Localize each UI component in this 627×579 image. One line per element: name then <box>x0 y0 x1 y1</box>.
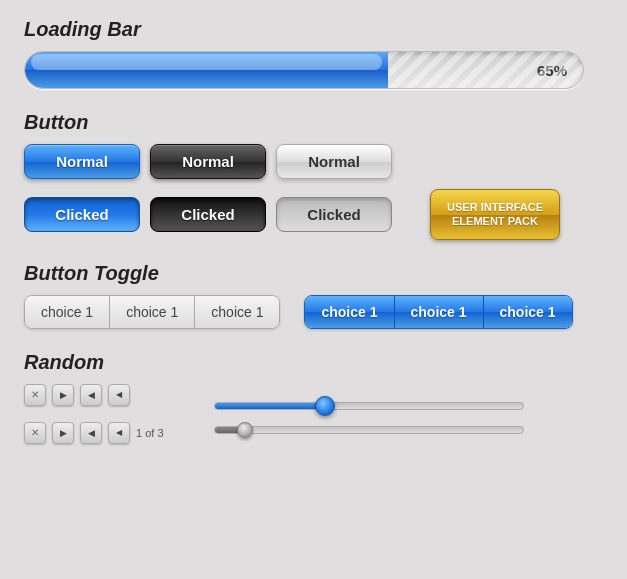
media-btn-rewind-1[interactable]: ◀ <box>80 384 102 406</box>
media-btn-rewind-2[interactable]: ◀ <box>80 422 102 444</box>
slider-2-track <box>214 426 524 434</box>
random-section-title: Random <box>24 351 603 374</box>
toggle-blue-2[interactable]: choice 1 <box>395 296 484 328</box>
slider-1-thumb[interactable] <box>315 396 335 416</box>
toggle-group-light: choice 1 choice 1 choice 1 <box>24 295 280 329</box>
button-section-title: Button <box>24 111 603 134</box>
toggle-light-2[interactable]: choice 1 <box>110 296 195 328</box>
toggle-light-3[interactable]: choice 1 <box>195 296 279 328</box>
toggle-blue-3[interactable]: choice 1 <box>484 296 572 328</box>
button-row-clicked: Clicked Clicked Clicked USER INTERFACEEL… <box>24 189 603 240</box>
button-blue-normal[interactable]: Normal <box>24 144 140 179</box>
button-dark-clicked[interactable]: Clicked <box>150 197 266 232</box>
page-indicator: 1 of 3 <box>136 427 164 439</box>
toggle-group-blue: choice 1 choice 1 choice 1 <box>304 295 572 329</box>
progress-label: 65% <box>537 62 567 79</box>
button-light-clicked[interactable]: Clicked <box>276 197 392 232</box>
button-section: Button Normal Normal Normal Clicked Clic… <box>24 111 603 240</box>
progress-fill <box>25 52 388 88</box>
media-btn-play-1[interactable]: ▶ <box>52 384 74 406</box>
toggle-row: choice 1 choice 1 choice 1 choice 1 choi… <box>24 295 603 329</box>
slider-1-fill <box>215 403 332 409</box>
button-row-normal: Normal Normal Normal <box>24 144 603 179</box>
media-btn-play-2[interactable]: ▶ <box>52 422 74 444</box>
random-row-2: ✕ ▶ ◀ ◀ 1 of 3 <box>24 422 164 444</box>
progress-track: 65% <box>24 51 584 89</box>
slider-1-container <box>214 402 524 410</box>
media-btn-prev-2[interactable]: ◀ <box>108 422 130 444</box>
slider-1-track <box>214 402 524 410</box>
loading-bar-title: Loading Bar <box>24 18 603 41</box>
ui-pack-badge: USER INTERFACEELEMENT PACK <box>430 189 560 240</box>
toggle-section: Button Toggle choice 1 choice 1 choice 1… <box>24 262 603 329</box>
slider-2-thumb[interactable] <box>237 422 253 438</box>
button-dark-normal[interactable]: Normal <box>150 144 266 179</box>
media-btn-close-2[interactable]: ✕ <box>24 422 46 444</box>
toggle-light-1[interactable]: choice 1 <box>25 296 110 328</box>
toggle-section-title: Button Toggle <box>24 262 603 285</box>
media-btn-close-1[interactable]: ✕ <box>24 384 46 406</box>
loading-bar-section: Loading Bar 65% <box>24 18 603 89</box>
media-btn-prev-1[interactable]: ◀ <box>108 384 130 406</box>
random-section: Random ✕ ▶ ◀ ◀ ✕ ▶ ◀ ◀ 1 of 3 <box>24 351 603 452</box>
random-row-1: ✕ ▶ ◀ ◀ <box>24 384 164 406</box>
slider-2-container <box>214 426 524 434</box>
button-light-normal[interactable]: Normal <box>276 144 392 179</box>
button-blue-clicked[interactable]: Clicked <box>24 197 140 232</box>
toggle-blue-1[interactable]: choice 1 <box>305 296 394 328</box>
